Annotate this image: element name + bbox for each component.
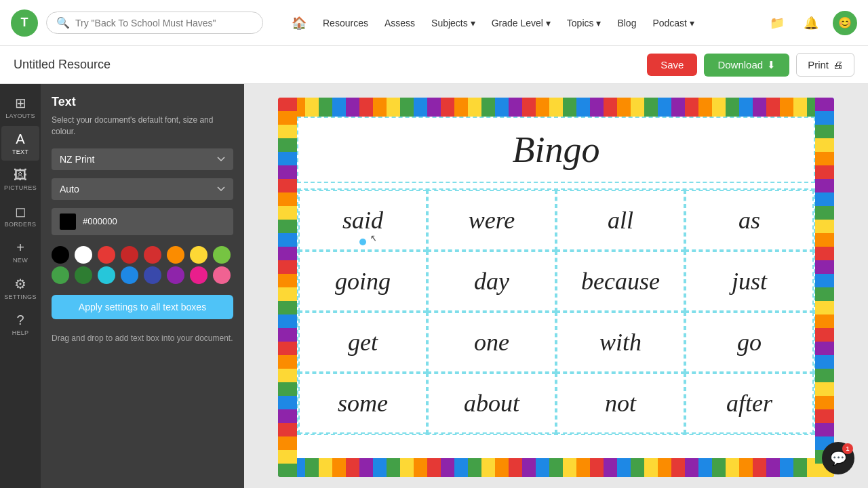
bingo-cell[interactable]: going (298, 251, 427, 312)
nav-resources[interactable]: Resources (316, 14, 375, 33)
sidebar-icons: ⊞ LAYOUTS A TEXT 🖼 PICTURES ◻ BORDERS + … (0, 84, 41, 488)
sidebar-item-pictures[interactable]: 🖼 PICTURES (1, 162, 39, 197)
bingo-cell[interactable]: go (685, 312, 814, 373)
nav-assess[interactable]: Assess (378, 14, 422, 33)
border-right (815, 98, 834, 477)
bingo-cell[interactable]: one (427, 312, 556, 373)
nav-grade-level[interactable]: Grade Level ▾ (485, 14, 557, 33)
bingo-page: Bingo said↖wereallasgoingdaybecausejustg… (278, 98, 834, 477)
size-select[interactable]: Auto (52, 178, 233, 200)
color-option[interactable] (121, 266, 138, 284)
bingo-cell[interactable]: with (556, 312, 685, 373)
color-option[interactable] (98, 246, 115, 264)
sidebar-item-text[interactable]: A TEXT (1, 126, 39, 161)
color-option[interactable] (98, 266, 115, 284)
help-label: HELP (12, 329, 29, 336)
print-button[interactable]: Print 🖨 (796, 53, 854, 77)
avatar[interactable]: 😊 (833, 11, 857, 35)
color-option[interactable] (167, 246, 184, 264)
bell-icon[interactable]: 🔔 (799, 11, 823, 35)
bingo-cell[interactable]: said↖ (298, 190, 427, 251)
color-option[interactable] (144, 246, 161, 264)
sidebar-item-help[interactable]: ? HELP (1, 307, 39, 342)
cursor-indicator: ↖ (369, 232, 377, 244)
panel-title: Text (52, 95, 233, 109)
pictures-icon: 🖼 (14, 167, 27, 183)
settings-icon: ⚙ (14, 276, 26, 292)
logo[interactable]: T (11, 9, 38, 37)
border-top (278, 98, 834, 117)
search-bar[interactable]: 🔍 (46, 12, 263, 34)
search-input[interactable] (75, 18, 253, 28)
nav-podcast[interactable]: Podcast ▾ (646, 14, 701, 33)
bingo-cell[interactable]: day (427, 251, 556, 312)
nav-links: 🏠 Resources Assess Subjects ▾ Grade Leve… (285, 12, 757, 35)
color-option[interactable] (167, 266, 184, 284)
color-option[interactable] (52, 246, 69, 264)
nav-subjects[interactable]: Subjects ▾ (425, 14, 482, 33)
bingo-cell[interactable]: some (298, 373, 427, 434)
color-option[interactable] (213, 266, 231, 284)
sidebar-item-new[interactable]: + NEW (1, 235, 39, 269)
bingo-cell[interactable]: not (556, 373, 685, 434)
pictures-label: PICTURES (4, 184, 37, 191)
print-label: Print (808, 59, 829, 70)
bingo-cell[interactable]: about (427, 373, 556, 434)
sidebar-item-borders[interactable]: ◻ BORDERS (1, 198, 39, 233)
drag-handle[interactable] (359, 239, 366, 245)
chat-widget[interactable]: 💬 1 (822, 442, 854, 474)
color-swatch[interactable]: #000000 (52, 208, 233, 235)
new-icon: + (16, 240, 24, 256)
font-select[interactable]: NZ Print (52, 148, 233, 170)
top-nav: T 🔍 🏠 Resources Assess Subjects ▾ Grade … (0, 0, 868, 46)
bingo-grid: said↖wereallasgoingdaybecausejustgetonew… (297, 188, 815, 435)
bingo-inner: Bingo said↖wereallasgoingdaybecausejustg… (297, 117, 815, 435)
download-button[interactable]: Download ⬇ (704, 54, 789, 77)
bingo-cell[interactable]: because (556, 251, 685, 312)
border-left (278, 98, 297, 477)
apply-settings-button[interactable]: Apply settings to all text boxes (52, 295, 233, 319)
color-option[interactable] (75, 266, 92, 284)
layouts-label: LAYOUTS (5, 113, 35, 119)
search-icon: 🔍 (56, 16, 70, 29)
canvas-area[interactable]: Bingo said↖wereallasgoingdaybecausejustg… (244, 84, 868, 488)
text-icon: A (16, 131, 24, 147)
nav-blog[interactable]: Blog (610, 14, 643, 33)
new-label: NEW (13, 257, 28, 264)
toolbar-bar: Untitled Resource Save Download ⬇ Print … (0, 46, 868, 84)
chat-badge: 1 (842, 443, 853, 454)
save-button[interactable]: Save (647, 54, 697, 76)
panel-description: Select your document's default font, siz… (52, 115, 233, 138)
bingo-cell[interactable]: just (685, 251, 814, 312)
main-content: ⊞ LAYOUTS A TEXT 🖼 PICTURES ◻ BORDERS + … (0, 84, 868, 488)
bingo-cell[interactable]: as (685, 190, 814, 251)
color-option[interactable] (121, 246, 138, 264)
settings-label: SETTINGS (4, 293, 36, 300)
bingo-cell[interactable]: all (556, 190, 685, 251)
color-option[interactable] (75, 246, 92, 264)
borders-label: BORDERS (5, 221, 37, 228)
color-option[interactable] (190, 266, 208, 284)
download-label: Download (717, 59, 763, 70)
color-option[interactable] (190, 246, 208, 264)
bingo-cell[interactable]: get (298, 312, 427, 373)
help-icon: ? (16, 312, 24, 328)
bingo-cell[interactable]: were (427, 190, 556, 251)
color-option[interactable] (213, 246, 231, 264)
folder-icon[interactable]: 📁 (765, 11, 789, 35)
bingo-title: Bingo (309, 129, 803, 171)
drag-hint: Drag and drop to add text box into your … (52, 333, 233, 344)
sidebar-item-settings[interactable]: ⚙ SETTINGS (1, 270, 39, 306)
borders-icon: ◻ (15, 203, 26, 220)
sidebar-item-layouts[interactable]: ⊞ LAYOUTS (1, 89, 39, 125)
border-bottom (278, 458, 834, 477)
color-option[interactable] (144, 266, 161, 284)
text-label: TEXT (12, 148, 28, 155)
bingo-title-box: Bingo (297, 117, 815, 183)
nav-topics[interactable]: Topics ▾ (560, 14, 608, 33)
nav-home[interactable]: 🏠 (285, 12, 313, 35)
bingo-cell[interactable]: after (685, 373, 814, 434)
color-option[interactable] (52, 266, 69, 284)
nav-icons: 📁 🔔 😊 (765, 11, 857, 35)
printer-icon: 🖨 (833, 59, 843, 70)
